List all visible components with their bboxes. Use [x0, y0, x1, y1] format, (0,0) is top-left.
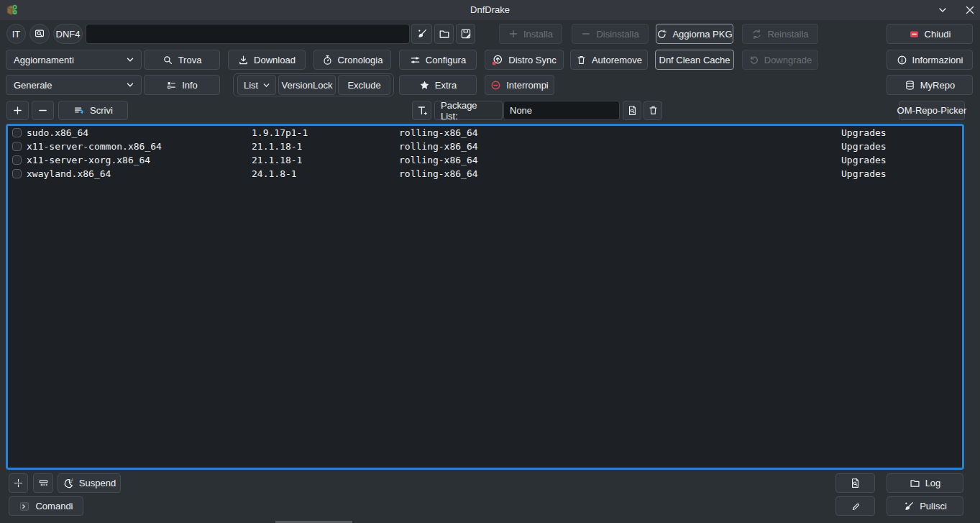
- open-file-button[interactable]: [434, 24, 454, 44]
- package-version: 1.9.17p1-1: [252, 126, 308, 140]
- table-row[interactable]: sudo.x86_64 1.9.17p1-1 rolling-x86_64 Up…: [8, 126, 962, 140]
- package-name: sudo.x86_64: [27, 126, 88, 140]
- minus-icon: [37, 105, 48, 116]
- remove-row-button[interactable]: [32, 101, 54, 120]
- save-button[interactable]: [456, 24, 475, 44]
- stop-circle-icon: [490, 80, 501, 91]
- package-table[interactable]: sudo.x86_64 1.9.17p1-1 rolling-x86_64 Up…: [6, 124, 964, 470]
- database-icon: [905, 80, 915, 91]
- autoremove-button[interactable]: Autoremove: [570, 50, 648, 70]
- uninstall-label: Disinstalla: [596, 29, 638, 40]
- add-text-button[interactable]: [412, 101, 431, 120]
- info-label: Info: [182, 80, 198, 91]
- versionlock-button[interactable]: VersionLock: [278, 75, 336, 95]
- stop-label: Interrompi: [506, 80, 549, 91]
- refresh-icon: [656, 29, 667, 40]
- write-button[interactable]: Scrivi: [58, 101, 128, 120]
- om-repo-picker-button[interactable]: OM-Repo-Picker: [899, 101, 965, 120]
- update-pkg-button[interactable]: Aggiorna PKG: [656, 24, 733, 44]
- install-button[interactable]: Installa: [499, 24, 562, 44]
- clear-search-button[interactable]: [411, 24, 432, 44]
- myrepo-button[interactable]: MyRepo: [887, 75, 973, 95]
- history-button[interactable]: Cronologia: [313, 50, 391, 70]
- package-status: Upgrades: [841, 153, 887, 167]
- clean-cache-button[interactable]: Dnf Clean Cache: [655, 50, 734, 70]
- view-package-list-button[interactable]: [623, 101, 641, 120]
- delete-package-list-button[interactable]: [644, 101, 662, 120]
- distro-sync-button[interactable]: Distro Sync: [485, 50, 564, 70]
- target-icon: [13, 478, 24, 488]
- scope-value: Generale: [14, 80, 52, 91]
- exclude-label: Exclude: [347, 80, 380, 91]
- reinstall-button[interactable]: Reinstalla: [742, 24, 818, 44]
- download-button[interactable]: Download: [228, 50, 306, 70]
- marker-pen-icon: [850, 501, 861, 511]
- uninstall-button[interactable]: Disinstalla: [572, 24, 649, 44]
- stop-button[interactable]: Interrompi: [485, 75, 554, 95]
- target-button[interactable]: [9, 473, 28, 493]
- list-select[interactable]: List: [237, 75, 276, 95]
- package-version: 24.1.8-1: [252, 167, 297, 181]
- language-label: IT: [12, 29, 21, 40]
- close-app-button[interactable]: Chiudi: [887, 24, 973, 44]
- doc-preview-icon: [627, 105, 638, 116]
- clear-broom-icon: [416, 28, 428, 40]
- info-circle-icon: [897, 55, 907, 65]
- view-search-button[interactable]: [29, 24, 50, 44]
- trash-icon: [648, 105, 659, 116]
- download-icon: [238, 55, 249, 65]
- row-checkbox[interactable]: [12, 169, 22, 178]
- scope-select[interactable]: Generale: [6, 75, 142, 95]
- marker-button[interactable]: [835, 496, 875, 516]
- backend-label: DNF4: [56, 29, 81, 40]
- myrepo-label: MyRepo: [920, 80, 955, 91]
- ruler-icon: [38, 478, 49, 488]
- view-log-button[interactable]: [835, 473, 875, 493]
- ruler-button[interactable]: [33, 473, 53, 493]
- commands-button[interactable]: Comandi: [9, 496, 83, 516]
- dnfdrake-window: DnfDrake IT DNF4: [0, 0, 980, 523]
- downgrade-button[interactable]: Downgrade: [742, 50, 818, 70]
- extra-button[interactable]: Extra: [399, 75, 477, 95]
- folder-icon: [439, 28, 450, 40]
- shade-chevron-icon[interactable]: [937, 4, 948, 16]
- table-row[interactable]: x11-server-xorg.x86_64 21.1.18-1 rolling…: [8, 153, 962, 167]
- package-repo: rolling-x86_64: [399, 167, 478, 181]
- row-checkbox[interactable]: [12, 128, 22, 137]
- information-label: Informazioni: [912, 55, 963, 65]
- package-name: xwayland.x86_64: [27, 167, 111, 181]
- log-button[interactable]: Log: [887, 473, 963, 493]
- row-checkbox[interactable]: [12, 142, 22, 151]
- table-row[interactable]: xwayland.x86_64 24.1.8-1 rolling-x86_64 …: [8, 167, 962, 181]
- filter-select[interactable]: Aggiornamenti: [6, 50, 142, 70]
- doc-preview-icon: [850, 478, 861, 488]
- row-checkbox[interactable]: [12, 155, 22, 165]
- suspend-button[interactable]: z z Suspend: [58, 473, 121, 493]
- add-row-button[interactable]: [6, 101, 29, 120]
- exclude-button[interactable]: Exclude: [338, 75, 390, 95]
- package-list-input[interactable]: [503, 101, 620, 120]
- clean-cache-label: Dnf Clean Cache: [659, 55, 731, 65]
- package-status: Upgrades: [841, 140, 887, 153]
- package-name: x11-server-common.x86_64: [27, 140, 162, 153]
- find-label: Trova: [178, 55, 202, 65]
- language-button[interactable]: IT: [6, 24, 26, 44]
- configure-button[interactable]: Configura: [399, 50, 477, 70]
- information-button[interactable]: Informazioni: [887, 50, 973, 70]
- search-input[interactable]: [86, 24, 410, 44]
- package-repo: rolling-x86_64: [399, 126, 478, 140]
- package-status: Upgrades: [841, 167, 887, 181]
- close-x-icon[interactable]: [964, 4, 976, 16]
- package-repo: rolling-x86_64: [399, 140, 478, 153]
- backend-button[interactable]: DNF4: [53, 24, 83, 44]
- reinstall-label: Reinstalla: [767, 29, 808, 40]
- moon-zz-icon: z z: [63, 478, 74, 489]
- update-pkg-label: Aggiorna PKG: [672, 29, 732, 40]
- info-button[interactable]: Info: [144, 75, 220, 95]
- clean-button[interactable]: Pulisci: [887, 496, 963, 516]
- folder-icon: [910, 478, 920, 488]
- table-row[interactable]: x11-server-common.x86_64 21.1.18-1 rolli…: [8, 140, 962, 153]
- trash-icon: [576, 55, 587, 65]
- plus-icon: [12, 105, 23, 116]
- find-button[interactable]: Trova: [144, 50, 220, 70]
